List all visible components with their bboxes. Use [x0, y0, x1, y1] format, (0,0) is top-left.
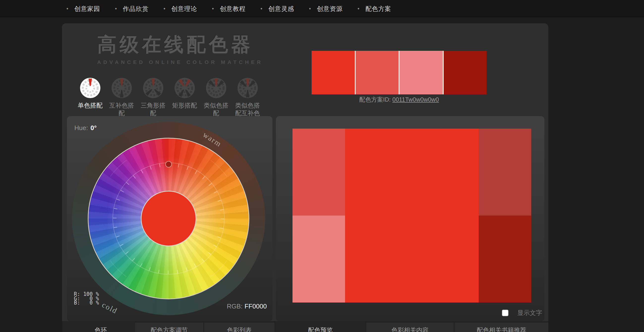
preview-block-right-top: [479, 129, 531, 216]
nav-label: 创意资源: [317, 5, 342, 13]
mode-label: 单色搭配: [78, 102, 102, 109]
bullet-icon: •: [212, 5, 214, 12]
scheme-swatch-3: [398, 51, 443, 94]
mode-selector: 单色搭配 互补色搭配: [74, 77, 263, 117]
rgb-label: RGB:: [227, 303, 243, 310]
page: • 创意家园 • 作品欣赏 • 创意理论 • 创意教程 • 创意灵感 • 创意资…: [0, 0, 644, 332]
preview-left-column: [292, 129, 345, 303]
mode-complementary[interactable]: 互补色搭配: [106, 77, 137, 117]
color-wheel-analogous-complementary-icon: [237, 77, 258, 99]
color-wheel-rectangle-icon: [174, 77, 195, 99]
scheme-swatch-4: [443, 51, 487, 94]
bullet-icon: •: [309, 5, 311, 12]
bullet-icon: •: [163, 5, 165, 12]
cold-label: cold: [100, 300, 119, 316]
nav-item-theory[interactable]: • 创意理论: [163, 5, 197, 13]
show-text-checkbox[interactable]: [502, 310, 508, 316]
mode-label: 类似色搭配: [203, 102, 229, 117]
scheme-swatch-1: [312, 51, 355, 94]
tab-scheme-preview[interactable]: 配色预览: [275, 323, 366, 332]
color-wheel-analogous-icon: [206, 77, 227, 99]
b-percent: B: 0 %: [74, 300, 99, 306]
hue-label: Hue:: [74, 124, 88, 132]
mode-label: 矩形搭配: [172, 102, 197, 109]
bullet-icon: •: [66, 5, 68, 12]
show-text-label: 显示文字: [517, 309, 542, 317]
nav-item-home[interactable]: • 创意家园: [66, 5, 100, 13]
preview-right-column: [479, 129, 531, 303]
tab-color-books[interactable]: 配色相关书籍推荐: [454, 323, 548, 332]
tab-color-list[interactable]: 色彩列表: [204, 323, 274, 332]
show-text-row: 显示文字: [502, 309, 542, 317]
hue-value: 0°: [90, 124, 97, 132]
selected-color-disc: [141, 191, 196, 246]
mode-analogous-complementary[interactable]: 类似色搭配互补色: [232, 77, 263, 117]
mode-analogous[interactable]: 类似色搭配: [200, 77, 232, 117]
tab-scheme-adjust[interactable]: 配色方案调节: [135, 323, 203, 332]
tab-color-related-content[interactable]: 色彩相关内容: [366, 323, 454, 332]
preview-block-right-bottom: [479, 216, 531, 303]
wheel-outer-ring: [72, 122, 265, 315]
preview-block-left-top: [292, 129, 345, 216]
hue-marker-handle[interactable]: [165, 161, 172, 167]
hue-readout: Hue:0°: [74, 124, 97, 132]
rgb-value: FF0000: [245, 303, 267, 310]
scheme-id-caption: 配色方案ID: 0011Tw0w0w0w0: [312, 96, 486, 104]
rgb-hex-readout: RGB:FF0000: [227, 303, 267, 310]
bullet-icon: •: [358, 5, 360, 12]
nav-item-schemes[interactable]: • 配色方案: [358, 5, 391, 13]
scheme-swatch-strip: [312, 51, 486, 94]
nav-label: 配色方案: [366, 5, 391, 13]
color-wheel-panel: Hue:0° warm cold R: 100 % G: 0 % B: 0 % …: [67, 116, 272, 321]
mode-label: 三角形搭配: [140, 102, 166, 117]
bullet-icon: •: [260, 5, 262, 12]
mode-triad[interactable]: 三角形搭配: [137, 77, 169, 117]
main-card: 高级在线配色器 ADVANCED ONLINE COLOR MATCHER 单色…: [62, 23, 548, 332]
mode-rectangle[interactable]: 矩形搭配: [169, 77, 200, 117]
color-wheel-triad-icon: [142, 77, 164, 99]
app-subtitle: ADVANCED ONLINE COLOR MATCHER: [97, 59, 263, 65]
mode-monochrome[interactable]: 单色搭配: [74, 77, 106, 117]
preview-block-left-bottom: [292, 216, 345, 303]
nav-label: 创意家园: [74, 5, 100, 13]
scheme-preview: [292, 129, 531, 303]
scheme-id-label: 配色方案ID:: [359, 96, 391, 103]
bottom-tab-bar: 色环 配色方案调节 色彩列表 配色预览 色彩相关内容 配色相关书籍推荐: [62, 321, 548, 332]
rgb-percent-readout: R: 100 % G: 0 % B: 0 %: [74, 292, 99, 305]
color-wheel-complementary-icon: [111, 77, 132, 99]
mode-label: 类似色搭配互补色: [235, 102, 260, 117]
preview-block-middle: [345, 129, 479, 303]
nav-item-resources[interactable]: • 创意资源: [309, 5, 343, 13]
bullet-icon: •: [115, 5, 117, 12]
tab-color-wheel[interactable]: 色环: [67, 323, 134, 332]
mode-label: 互补色搭配: [109, 102, 134, 117]
preview-panel: 显示文字: [276, 116, 544, 321]
scheme-swatch-2: [355, 51, 399, 94]
top-nav: • 创意家园 • 作品欣赏 • 创意理论 • 创意教程 • 创意灵感 • 创意资…: [0, 0, 644, 17]
nav-label: 作品欣赏: [123, 5, 148, 13]
scheme-id-link[interactable]: 0011Tw0w0w0w0: [392, 96, 439, 103]
nav-label: 创意灵感: [268, 5, 294, 13]
nav-label: 创意教程: [220, 5, 246, 13]
app-title: 高级在线配色器: [97, 32, 263, 58]
nav-item-tutorials[interactable]: • 创意教程: [212, 5, 246, 13]
nav-item-inspiration[interactable]: • 创意灵感: [260, 5, 294, 13]
nav-item-works[interactable]: • 作品欣赏: [115, 5, 149, 13]
app-logo: 高级在线配色器 ADVANCED ONLINE COLOR MATCHER: [97, 32, 263, 65]
color-wheel-mono-icon: [80, 77, 101, 99]
nav-label: 创意理论: [171, 5, 197, 13]
